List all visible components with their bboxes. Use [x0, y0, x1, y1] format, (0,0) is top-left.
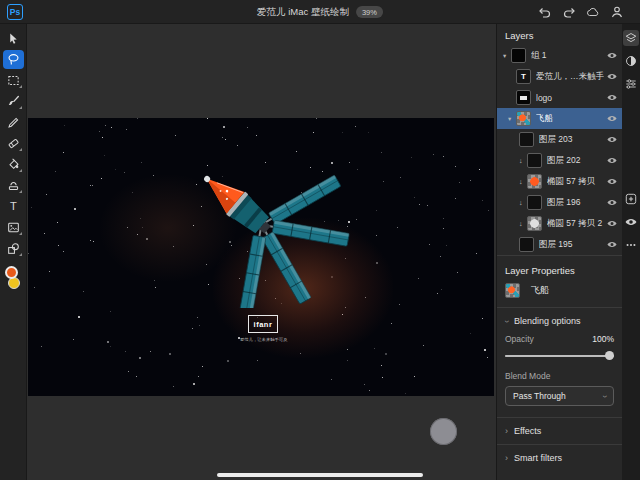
blend-mode-dropdown[interactable]: Pass Through › — [505, 386, 614, 406]
tool-clone-stamp[interactable] — [3, 176, 24, 195]
smart-filters-section-header[interactable]: › Smart filters — [497, 445, 622, 471]
opacity-row: Opacity 100% — [497, 334, 622, 344]
photoshop-ipad-app: Ps 爱范儿 iMac 壁纸绘制 39% T — [0, 0, 640, 480]
selected-layer-name: 飞船 — [531, 284, 549, 297]
watermark-caption: 爱范儿，让未来触手可及 — [240, 337, 286, 343]
tool-type[interactable]: T — [3, 197, 24, 216]
blend-mode-label: Blend Mode — [497, 369, 622, 381]
layer-visibility-eye-icon[interactable] — [607, 178, 617, 185]
layer-name: 图层 203 — [539, 134, 604, 146]
document-title-group: 爱范儿 iMac 壁纸绘制 39% — [257, 0, 383, 24]
layers-panel-icon[interactable] — [623, 30, 639, 46]
ifanr-logo-text: ifanr — [254, 320, 273, 329]
ifanr-logo-box: ifanr — [248, 315, 279, 333]
layer-thumbnail — [527, 174, 542, 189]
opacity-label: Opacity — [505, 334, 534, 344]
selected-layer-thumbnail — [505, 283, 520, 298]
document-canvas[interactable]: ifanr 爱范儿，让未来触手可及 — [28, 118, 494, 396]
clipping-mask-arrow-icon: ↓ — [519, 157, 527, 164]
tool-place-image[interactable] — [3, 218, 24, 237]
tool-lasso[interactable] — [3, 50, 24, 69]
layer-row[interactable]: ▾ 组 1 — [497, 45, 622, 66]
foreground-color-swatch[interactable] — [5, 266, 18, 279]
layer-row[interactable]: ↓ 图层 196 — [497, 192, 622, 213]
layer-row[interactable]: ↓ 图层 202 — [497, 150, 622, 171]
panel-rail — [622, 24, 640, 480]
tool-brush[interactable] — [3, 92, 24, 111]
layer-row[interactable]: 图层 195 — [497, 234, 622, 255]
color-swatches[interactable] — [4, 266, 22, 292]
layer-visibility-eye-icon[interactable] — [607, 94, 617, 101]
opacity-slider[interactable] — [505, 351, 614, 360]
layer-name: 椭圆 57 拷贝 — [547, 176, 604, 188]
tool-marquee[interactable] — [3, 71, 24, 90]
adjustments-icon[interactable] — [623, 53, 639, 69]
layers-panel-title: Layers — [497, 24, 622, 45]
opacity-value: 100% — [592, 334, 614, 344]
home-indicator[interactable] — [217, 473, 423, 477]
layer-name: logo — [536, 93, 604, 103]
layer-thumbnail: T — [516, 69, 531, 84]
tool-move[interactable] — [3, 29, 24, 48]
layer-thumbnail — [519, 132, 534, 147]
layer-visibility-eye-icon[interactable] — [607, 220, 617, 227]
chevron-down-icon: › — [502, 320, 511, 323]
chevron-right-icon: › — [505, 427, 508, 436]
layer-row[interactable]: 图层 203 — [497, 129, 622, 150]
share-user-icon[interactable] — [610, 5, 624, 19]
properties-icon[interactable] — [623, 76, 639, 92]
opacity-slider-knob[interactable] — [605, 351, 614, 360]
cloud-sync-icon[interactable] — [586, 5, 600, 19]
redo-icon[interactable] — [562, 5, 576, 19]
layer-row[interactable]: ↓ 椭圆 57 拷贝 — [497, 171, 622, 192]
layer-row[interactable]: logo — [497, 87, 622, 108]
tool-fill[interactable] — [3, 155, 24, 174]
layer-thumbnail — [527, 195, 542, 210]
blending-options-header[interactable]: › Blending options — [497, 308, 622, 334]
layers-panel: Layers ▾ 组 1 T 爱范儿，…来触手可及 logo ▾ 飞船 图层 2… — [496, 24, 622, 480]
blending-options-label: Blending options — [514, 316, 581, 326]
disclosure-triangle-icon[interactable]: ▾ — [508, 115, 516, 123]
undo-icon[interactable] — [538, 5, 552, 19]
layer-name: 飞船 — [536, 113, 604, 125]
spacecraft-artwork — [138, 143, 388, 308]
topbar-actions — [538, 0, 624, 24]
layer-name: 图层 202 — [547, 155, 604, 167]
layer-properties-selected-layer: 飞船 — [497, 281, 622, 307]
svg-text:T: T — [10, 200, 17, 212]
layer-row[interactable]: ↓ 椭圆 57 拷贝 2 — [497, 213, 622, 234]
effects-section-header[interactable]: › Effects — [497, 418, 622, 444]
zoom-level-badge[interactable]: 39% — [356, 6, 383, 18]
photoshop-logo[interactable]: Ps — [7, 4, 23, 20]
effects-label: Effects — [514, 426, 541, 436]
smart-filters-label: Smart filters — [514, 453, 562, 463]
clipping-mask-arrow-icon: ↓ — [519, 178, 527, 185]
top-toolbar: Ps 爱范儿 iMac 壁纸绘制 39% — [0, 0, 640, 24]
layer-visibility-eye-icon[interactable] — [607, 52, 617, 59]
layer-name: 椭圆 57 拷贝 2 — [547, 218, 604, 230]
add-layer-icon[interactable] — [623, 191, 639, 207]
layer-row[interactable]: ▾ 飞船 — [497, 108, 622, 129]
disclosure-triangle-icon[interactable]: ▾ — [503, 52, 511, 60]
layer-thumbnail — [516, 90, 531, 105]
document-title: 爱范儿 iMac 壁纸绘制 — [257, 6, 349, 19]
touch-shortcut-button[interactable] — [430, 418, 457, 445]
layer-visibility-eye-icon[interactable] — [607, 136, 617, 143]
workspace: ifanr 爱范儿，让未来触手可及 — [27, 24, 496, 480]
layer-visibility-icon[interactable] — [623, 214, 639, 230]
tool-pencil[interactable] — [3, 113, 24, 132]
layer-thumbnail — [527, 153, 542, 168]
layer-name: 图层 195 — [539, 239, 604, 251]
layer-visibility-eye-icon[interactable] — [607, 199, 617, 206]
layer-visibility-eye-icon[interactable] — [607, 157, 617, 164]
layer-visibility-eye-icon[interactable] — [607, 241, 617, 248]
tool-eraser[interactable] — [3, 134, 24, 153]
tool-shapes[interactable] — [3, 239, 24, 258]
layer-row[interactable]: T 爱范儿，…来触手可及 — [497, 66, 622, 87]
layer-visibility-eye-icon[interactable] — [607, 115, 617, 122]
more-options-icon[interactable] — [623, 237, 639, 253]
clipping-mask-arrow-icon: ↓ — [519, 220, 527, 227]
chevron-down-icon: › — [600, 395, 609, 398]
layer-thumbnail — [516, 111, 531, 126]
layer-visibility-eye-icon[interactable] — [607, 73, 617, 80]
